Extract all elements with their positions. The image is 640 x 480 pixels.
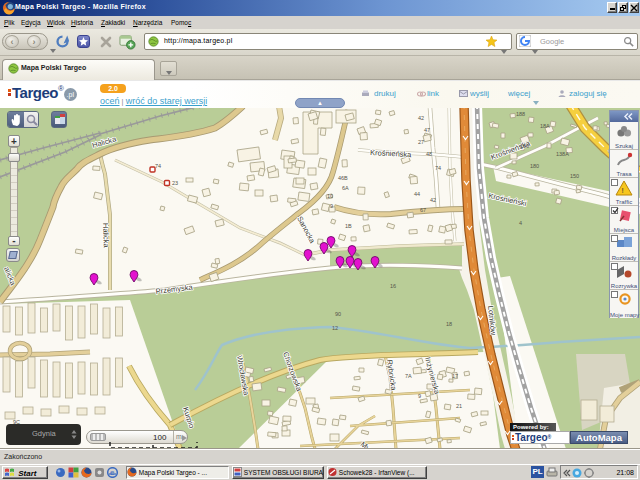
svg-text:18: 18 (446, 321, 452, 327)
svg-text:67: 67 (420, 207, 426, 213)
svg-text:44: 44 (414, 191, 420, 197)
svg-text:12: 12 (332, 325, 338, 331)
svg-text:23: 23 (172, 180, 178, 186)
svg-text:18A: 18A (540, 123, 550, 129)
svg-text:190: 190 (520, 143, 529, 149)
svg-text:138A: 138A (556, 151, 569, 157)
svg-text:74: 74 (155, 163, 161, 169)
svg-text:150: 150 (570, 173, 579, 179)
svg-text:6A: 6A (342, 185, 349, 191)
svg-text:16: 16 (390, 283, 396, 289)
svg-text:17: 17 (452, 373, 458, 379)
svg-text:!: ! (622, 186, 624, 195)
svg-text:180: 180 (530, 163, 539, 169)
svg-text:9: 9 (330, 203, 333, 209)
svg-text:48: 48 (426, 151, 432, 157)
svg-text:74: 74 (435, 165, 441, 171)
svg-text:e: e (110, 468, 115, 477)
svg-text:27: 27 (418, 139, 424, 145)
svg-text:42: 42 (418, 115, 424, 121)
svg-text:1B: 1B (345, 223, 352, 229)
svg-text:46B: 46B (338, 175, 348, 181)
svg-text:42: 42 (430, 197, 436, 203)
svg-text:47: 47 (424, 127, 430, 133)
svg-text:9: 9 (418, 393, 421, 399)
svg-text:21: 21 (456, 403, 462, 409)
svg-text:7A: 7A (405, 373, 412, 379)
svg-text:Halicka: Halicka (101, 223, 111, 249)
svg-text:10: 10 (327, 193, 333, 199)
svg-text:188: 188 (516, 111, 525, 117)
svg-text:4: 4 (519, 220, 522, 226)
svg-text:90: 90 (335, 311, 341, 317)
